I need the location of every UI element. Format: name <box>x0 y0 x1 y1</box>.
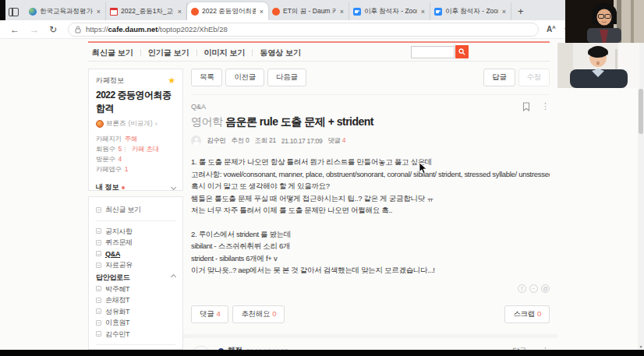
post-toolbar: 목록 이전글 다음글 답글 수정 <box>191 69 550 86</box>
close-tab-icon[interactable]: × <box>339 8 345 16</box>
board-quiz[interactable]: 퀴즈문제 <box>96 237 175 248</box>
post-body: 1. 룰 도출 문제가 나오면 항상 틀려서 뭔가 리스트를 만들어놓고 풀고 … <box>191 156 550 277</box>
tab-kice[interactable]: 한국교육과정평가원 × <box>25 2 106 20</box>
nav-latest-posts[interactable]: 최신글 보기 <box>92 48 133 58</box>
chevron-right-icon[interactable]: › <box>155 120 157 128</box>
board-teacher-3[interactable]: 성유화T <box>96 306 175 318</box>
title-text: 음운론 rule 도출 문제 + strident <box>225 115 373 128</box>
close-tab-icon[interactable]: × <box>259 8 264 16</box>
cafe-info-card: 카페정보 ★ 2022 중등영어최종합격 브론즈 (비공개) › 카페지기주혜 … <box>88 69 183 191</box>
board-share[interactable]: 자료공유 <box>96 259 175 271</box>
cafe-grade: 브론즈 <box>106 119 126 129</box>
visit-count: 4 <box>119 154 122 164</box>
board-icon <box>96 298 101 303</box>
section-label: 답안업로드 <box>96 271 130 284</box>
like-button[interactable]: 추천해요0 <box>232 305 285 323</box>
close-tab-icon[interactable]: × <box>177 8 182 16</box>
url-host: cafe.daum.net <box>108 25 158 33</box>
favorite-star-icon[interactable]: ★ <box>168 76 175 86</box>
board-icon <box>96 331 101 337</box>
list-button[interactable]: 목록 <box>191 69 222 86</box>
divider <box>140 49 141 56</box>
new-tab-button[interactable]: + <box>518 5 524 17</box>
owner-name[interactable]: 주혜 <box>125 134 137 144</box>
board-notice[interactable]: 공지사항 <box>96 226 175 238</box>
url-field[interactable]: https://cafe.daum.net/toptop2022/XhEb/28 <box>68 23 539 37</box>
tab-pdf[interactable]: 2022_중등1차_교육학 (1).p × <box>106 2 187 20</box>
tab-et-cafe[interactable]: ET의 꿈 - Daum 카페 × <box>268 2 349 20</box>
post-datetime: 21.10.17 17:09 <box>281 137 323 145</box>
member-count: 5 <box>119 144 122 154</box>
share-facebook-icon[interactable]: f <box>518 284 526 293</box>
tab-cafe-active[interactable]: 2022 중등영어최종합격 | 日 × <box>187 2 268 20</box>
refresh-icon[interactable]: ↻ <box>49 24 57 35</box>
menu-recent-posts[interactable]: 최신글 보기 <box>96 204 175 216</box>
body-line: 고려사항: vowel/consonant, manner, place, ob… <box>191 168 550 181</box>
share-kakao-icon[interactable]: − <box>529 284 538 293</box>
tab-zoom-2[interactable]: 이후 참석자 - Zoom × <box>430 2 511 20</box>
close-tab-icon[interactable]: × <box>501 8 507 16</box>
invite-link[interactable]: 카페 초대 <box>132 144 159 154</box>
scrollbar-thumb[interactable] <box>639 89 643 134</box>
text-size-icon[interactable]: AA <box>547 25 556 33</box>
menu-label: 박주혜T <box>105 284 129 295</box>
back-icon[interactable]: ← <box>10 24 19 35</box>
tab-actions-icon[interactable] <box>9 8 19 16</box>
board-icon <box>96 228 101 234</box>
more-options-icon[interactable]: ⋮ <box>541 101 550 111</box>
view-meta: 조회 21 <box>255 136 276 146</box>
member-label: 회원수 <box>96 144 115 154</box>
author-name[interactable]: 김수민 <box>207 136 226 146</box>
like-meta: 추천 0 <box>232 136 249 146</box>
section-upload[interactable]: 답안업로드 <box>96 271 175 284</box>
cafe-title[interactable]: 2022 중등영어최종합격 <box>96 89 175 115</box>
nav-video-view[interactable]: 동영상 보기 <box>260 48 301 58</box>
title-prefix: 영어학 <box>191 115 223 128</box>
board-teacher-2[interactable]: 손채정T <box>96 294 175 306</box>
my-info-toggle[interactable]: 내 정보 <box>96 182 175 192</box>
tab-zoom-1[interactable]: 이후 참석자 - Zoom × <box>349 2 430 20</box>
menu-label: 이효원T <box>105 317 129 329</box>
participant-2 <box>557 43 639 88</box>
search-input[interactable] <box>411 46 455 58</box>
nav-popular-posts[interactable]: 인기글 보기 <box>148 48 189 58</box>
scroll-down-arrow-icon[interactable]: ▼ <box>638 344 644 349</box>
author-avatar[interactable] <box>191 136 201 146</box>
lock-icon <box>75 26 81 33</box>
body-line: strident - sibilants 6개에 f+ v <box>191 252 550 265</box>
comments-button[interactable]: 댓글4 <box>191 305 228 323</box>
board-teacher-4[interactable]: 이효원T <box>96 317 175 329</box>
post-title: 영어학 음운론 rule 도출 문제 + strident <box>191 115 550 129</box>
board-teacher-1[interactable]: 박주혜T <box>96 284 175 295</box>
comment-meta[interactable]: 댓글 4 <box>327 136 345 146</box>
participant-1 <box>565 0 644 43</box>
menu-label: 손채정T <box>105 294 129 306</box>
daum-cafe-favicon-icon <box>191 8 199 16</box>
webcam-video-2[interactable] <box>557 43 639 88</box>
search-button[interactable] <box>455 45 469 58</box>
post-meta: 김수민 추천 0 조회 21 21.10.17 17:09 댓글 4 <box>191 136 550 146</box>
daum-cafe-favicon-icon <box>272 8 280 16</box>
globe-favicon-icon <box>29 8 37 16</box>
webcam-video-1[interactable] <box>565 0 644 43</box>
scrap-button[interactable]: 스크랩0 <box>504 305 550 323</box>
nav-image-view[interactable]: 이미지 보기 <box>204 48 246 58</box>
post-category[interactable]: Q&A <box>191 103 206 111</box>
tab-label: 한국교육과정평가원 <box>40 7 93 16</box>
forward-icon: → <box>30 24 39 35</box>
bookmark-icon[interactable] <box>522 102 530 111</box>
letterbox-bottom <box>0 350 644 356</box>
close-tab-icon[interactable]: × <box>96 8 101 16</box>
close-tab-icon[interactable]: × <box>420 8 426 16</box>
prev-post-button[interactable]: 이전글 <box>225 69 264 86</box>
board-qna-active[interactable]: Q&A <box>96 248 175 260</box>
share-link-icon[interactable]: @ <box>541 284 550 293</box>
share-row: f − @ <box>191 284 550 293</box>
divider <box>125 146 126 152</box>
reply-button[interactable]: 답글 <box>483 69 515 86</box>
board-icon <box>96 240 101 245</box>
next-post-button[interactable]: 다음글 <box>267 69 306 86</box>
visit-label: 방문수 <box>96 154 115 164</box>
board-teacher-5[interactable]: 김수민T <box>96 329 175 340</box>
divider <box>183 334 557 338</box>
